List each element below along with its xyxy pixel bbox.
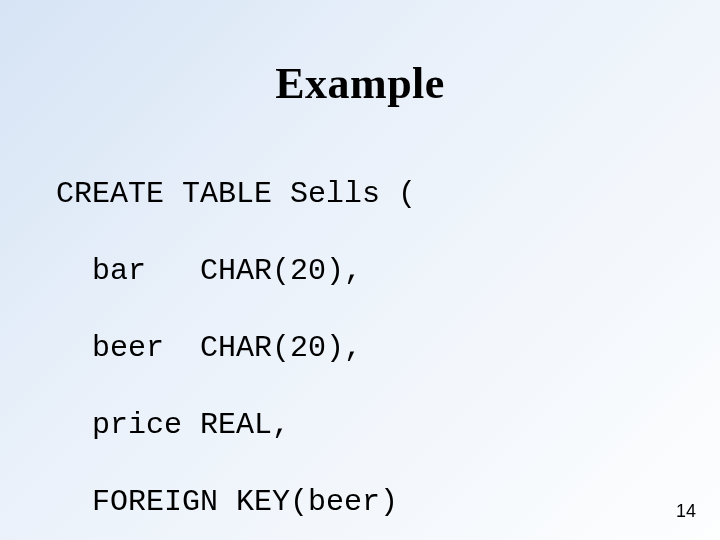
page-number: 14 bbox=[676, 501, 696, 522]
code-line: CREATE TABLE Sells ( bbox=[56, 175, 720, 213]
code-line: FOREIGN KEY(beer) bbox=[56, 483, 720, 521]
code-line: price REAL, bbox=[56, 406, 720, 444]
code-block: CREATE TABLE Sells ( bar CHAR(20), beer … bbox=[56, 137, 720, 540]
code-line: beer CHAR(20), bbox=[56, 329, 720, 367]
slide-title: Example bbox=[0, 58, 720, 109]
code-line: bar CHAR(20), bbox=[56, 252, 720, 290]
